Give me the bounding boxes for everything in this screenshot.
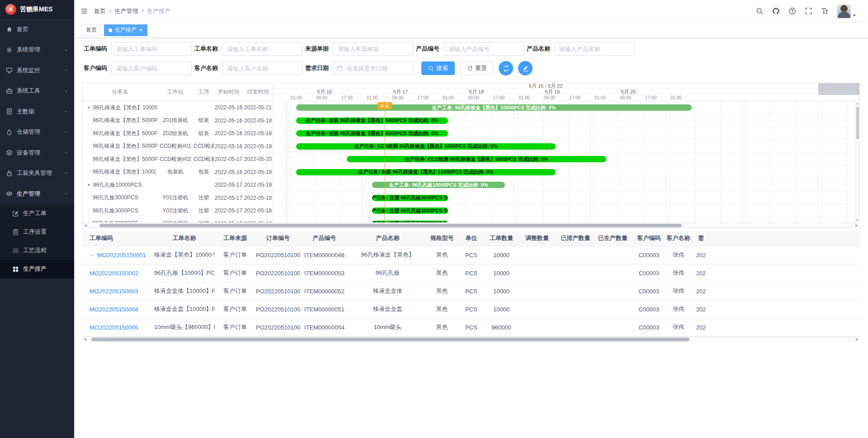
submenu-item-2[interactable]: 工艺流程 <box>0 241 74 260</box>
vertical-scrollbar-thumb[interactable] <box>856 107 859 139</box>
gantt-bar-task[interactable]: 生产任务: CCD检测 96孔移液盒【黑色】5000PCS 完成比例: 0% <box>296 143 556 150</box>
today-label: 今天 <box>377 102 392 109</box>
order-code-link[interactable]: MO202205150005 <box>90 324 138 331</box>
gantt-task-row[interactable]: 96孔孔板3000PCSY02注塑机注塑2022-05-172022-05-18 <box>83 204 273 217</box>
order-row[interactable]: MO20220515000296孔孔板【10000】PCS客户订单PO20220… <box>82 264 860 282</box>
gantt-task-row[interactable]: 96孔孔板10000PCS2022-05-172022-05-19 <box>83 179 273 192</box>
order-cell: ITEM00000054 <box>301 318 348 336</box>
refresh-gantt-button[interactable] <box>499 61 513 75</box>
gantt-bar-task[interactable]: 生产任务: CCD检测 96孔移液盒【黑色】5000PCS 完成比例: 0% <box>347 156 606 162</box>
gantt-bar-work-order[interactable]: 生产工单: 96孔移液盒【黑色】10000PCS 完成比例: 0% <box>296 104 692 111</box>
horizontal-scrollbar-thumb[interactable] <box>99 224 681 227</box>
gantt-task-row[interactable]: 96孔移液盒【黑色】5000PZ02组装机组装2022-05-162022-05… <box>83 127 273 140</box>
gantt-bar-task[interactable]: 生产任务: 注塑 96孔孔板3000PCS 完成 <box>372 195 448 201</box>
reset-button[interactable]: 重置 <box>460 61 494 75</box>
eye-icon <box>5 190 13 198</box>
gantt-bar-task[interactable]: 生产任务: 注塑 96孔孔板3000PCS 完成 <box>372 207 448 214</box>
scrollbar-track[interactable] <box>88 223 854 228</box>
timeline-hour-label: 17:00 <box>493 95 505 101</box>
order-code-link[interactable]: MO202205150003 <box>90 288 138 295</box>
gantt-task-row[interactable]: 96孔移液盒【黑色】5000PCCD检测#02CCD检测2022-05-1720… <box>83 153 273 166</box>
gantt-task-row[interactable]: 96孔孔板3000PCSY03注塑机注塑2022-05-172022-05-18 <box>83 217 273 223</box>
scroll-down-icon[interactable]: ▼ <box>856 218 859 222</box>
filter-input-0-4[interactable] <box>554 42 635 56</box>
sidebar-item-6[interactable]: 设备管理 <box>0 142 74 163</box>
sidebar-item-8[interactable]: 生产管理 <box>0 184 74 204</box>
filter-input-1-1[interactable] <box>222 61 302 75</box>
order-code-link[interactable]: MO202205150004 <box>90 306 138 313</box>
order-cell: 10000 <box>486 246 517 264</box>
gantt-bar-task[interactable]: 生产任务: 组装 96孔移液盒【黑色】5000PCS 完成比例: 0% <box>296 118 448 124</box>
gantt-task-row[interactable]: 96孔移液盒【黑色】5000PZ01组装机组装2022-05-162022-05… <box>83 114 273 127</box>
order-code-link[interactable]: MO202205150001 <box>97 252 146 259</box>
filter-field: 工单名称 <box>194 42 302 56</box>
orders-horizontal-scrollbar[interactable]: ◀ ▶ <box>82 337 860 342</box>
gantt-bar-task[interactable]: 生产任务: 组装 96孔移液盒【黑色】5000PCS 完成比例: 0% <box>296 130 448 137</box>
submenu-item-1[interactable]: 工序设置 <box>0 223 74 241</box>
question-icon[interactable] <box>788 7 796 15</box>
order-cell-filler <box>711 246 860 264</box>
order-row[interactable]: MO202205150004移液盒盒盖【10000】PCS客户订单PO20220… <box>82 300 860 318</box>
gantt-vertical-scrollbar[interactable]: ▲ ▼ <box>855 101 859 222</box>
github-icon[interactable] <box>772 7 780 15</box>
order-cell: 张伟 <box>666 282 691 300</box>
scroll-left-icon[interactable]: ◀ <box>82 337 88 342</box>
breadcrumb-item-2[interactable]: 生产排产 <box>147 7 170 15</box>
gantt-horizontal-scrollbar[interactable]: ◀ ▶ <box>83 222 859 228</box>
filter-panel: 工单编码工单名称来源单据产品编号产品名称客户编码客户名称需求日期搜索重置 <box>74 38 868 81</box>
gantt-bar-work-order[interactable]: 生产工单: 96孔孔板10000PCS 完成比例: 0% <box>372 182 505 188</box>
scroll-up-icon[interactable]: ▲ <box>856 101 859 106</box>
fontsize-icon[interactable] <box>821 7 829 15</box>
filter-input-0-3[interactable] <box>443 42 524 56</box>
gantt-task-row[interactable]: 96孔移液盒【黑色】5000PCCD检测#01CCD检测2022-05-1620… <box>83 140 273 153</box>
gantt-task-row[interactable]: 96孔移液盒【黑色】1000(包装机包装2022-05-162022-05-19 <box>83 166 273 179</box>
order-cell: 96孔移液盒【黑色】 <box>348 246 427 264</box>
scroll-right-icon[interactable]: ▶ <box>854 223 859 228</box>
filter-input-0-1[interactable] <box>222 42 302 56</box>
avatar[interactable] <box>837 5 851 18</box>
collapse-toggle-icon[interactable] <box>86 105 91 110</box>
order-row[interactable]: MO202205150003移液盒盒体【10000】PCS客户订单PO20220… <box>82 282 860 300</box>
filter-input-1-2[interactable] <box>333 61 413 75</box>
scroll-right-icon[interactable]: ▶ <box>854 337 860 342</box>
sidebar-item-5[interactable]: 仓储管理 <box>0 122 74 143</box>
submenu-item-0[interactable]: 生产工单 <box>0 204 74 223</box>
order-row[interactable]: MO20220515000510mm吸头【960000】PCS客户订单PO202… <box>82 318 860 336</box>
tab-close-icon[interactable]: × <box>139 27 143 33</box>
scrollbar-track[interactable] <box>88 337 854 342</box>
sidebar-item-7[interactable]: 工装夹具管理 <box>0 163 74 184</box>
scroll-left-icon[interactable]: ◀ <box>83 223 88 228</box>
hamburger-icon[interactable] <box>81 8 88 14</box>
sidebar-item-1[interactable]: 系统管理 <box>0 40 74 61</box>
order-code-link[interactable]: MO202205150002 <box>90 270 138 277</box>
tab-1[interactable]: 生产排产× <box>104 24 147 36</box>
sidebar-item-3[interactable]: 系统工具 <box>0 81 74 102</box>
gantt-timeline-row: 生产任务: 组装 96孔移液盒【黑色】5000PCS 完成比例: 0% <box>273 114 859 127</box>
submenu-item-3[interactable]: 生产排产 <box>0 260 74 278</box>
collapse-toggle-icon[interactable] <box>86 183 91 188</box>
order-row[interactable]: MO202205150001移液盒【黑色】10000个客户订单PO2022051… <box>82 246 860 264</box>
horizontal-scrollbar-thumb[interactable] <box>91 338 689 341</box>
gantt-bar-task[interactable]: 生产任务: 包装 96孔移液盒【黑色】10000PCS 完成比例: 0% <box>296 169 556 175</box>
filter-input-0-2[interactable] <box>333 42 413 56</box>
sidebar-item-4[interactable]: 主数据 <box>0 101 74 122</box>
app-logo[interactable]: K 苦糖果MES <box>0 0 74 19</box>
timeline-day-label: 5月 19 <box>514 89 590 94</box>
filter-input-1-0[interactable] <box>111 61 192 75</box>
sidebar-item-0[interactable]: 首页 <box>0 19 74 40</box>
tab-0[interactable]: 首页 <box>81 24 101 36</box>
search-button[interactable]: 搜索 <box>421 61 455 75</box>
fullscreen-icon[interactable] <box>805 7 812 15</box>
user-menu[interactable] <box>837 5 856 18</box>
gantt-bar-task[interactable]: 生产任务: 注塑 96孔孔板3000PCS 完成 <box>372 221 448 223</box>
gantt-task-row[interactable]: 96孔孔板3000PCSY01注塑机注塑2022-05-172022-05-18 <box>83 192 273 205</box>
breadcrumb-item-0[interactable]: 首页 <box>94 7 106 15</box>
breadcrumb-item-1[interactable]: 生产管理 <box>115 7 138 15</box>
filter-input-0-0[interactable] <box>111 42 192 56</box>
gantt-task-row[interactable]: 96孔移液盒【黑色】10000P(2022-05-162022-05-21 <box>83 101 273 114</box>
sidebar-item-2[interactable]: 系统监控 <box>0 60 74 81</box>
search-icon[interactable] <box>756 7 764 15</box>
order-cell: ITEM00000053 <box>301 264 348 282</box>
edit-button[interactable] <box>518 61 533 75</box>
expand-row-icon[interactable] <box>90 253 95 258</box>
